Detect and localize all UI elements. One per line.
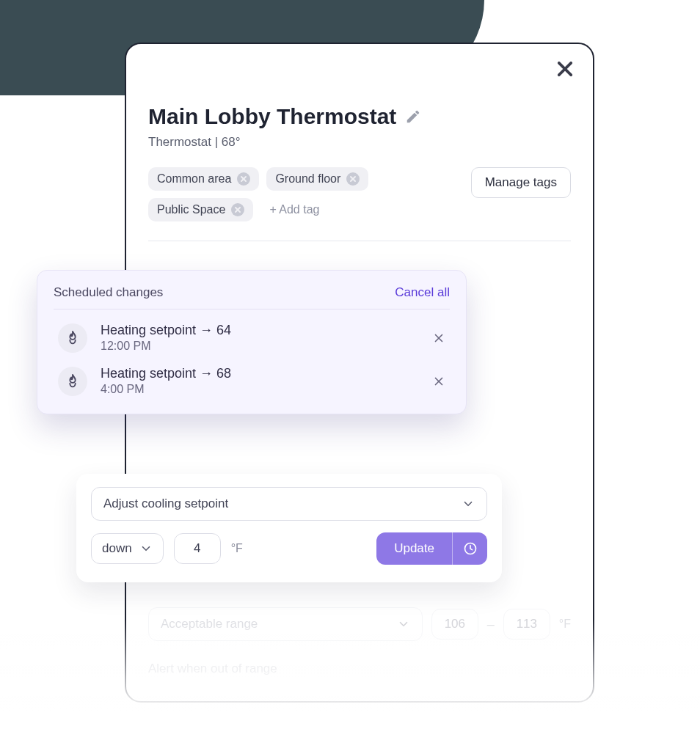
- range-unit: °F: [559, 618, 571, 631]
- tag-chip: Public Space: [148, 198, 253, 221]
- range-type-select[interactable]: Acceptable range: [148, 607, 423, 641]
- divider: [148, 241, 571, 241]
- action-select[interactable]: Adjust cooling setpoint: [91, 487, 487, 521]
- scheduled-item: Heating setpoint → 64 12:00 PM: [54, 309, 450, 353]
- scheduled-item-time: 12:00 PM: [101, 340, 419, 353]
- range-low-input[interactable]: 106: [431, 609, 478, 640]
- remove-tag-button[interactable]: [231, 203, 244, 216]
- manage-tags-button[interactable]: Manage tags: [471, 167, 571, 198]
- cancel-all-button[interactable]: Cancel all: [395, 285, 450, 300]
- amount-input[interactable]: 4: [174, 533, 221, 564]
- range-dash: –: [487, 617, 495, 632]
- tag-label: Ground floor: [275, 172, 340, 186]
- range-type-label: Acceptable range: [161, 617, 258, 631]
- amount-unit: °F: [231, 542, 243, 555]
- scheduled-heading: Scheduled changes: [54, 285, 163, 300]
- scheduled-item: Heating setpoint → 68 4:00 PM: [54, 353, 450, 396]
- adjust-setpoint-panel: Adjust cooling setpoint down 4 °F Update: [76, 474, 502, 582]
- range-high-input[interactable]: 113: [503, 609, 550, 640]
- chevron-down-icon: [462, 497, 475, 510]
- edit-title-button[interactable]: [405, 109, 421, 125]
- remove-tag-button[interactable]: [346, 172, 360, 186]
- remove-scheduled-button[interactable]: [432, 331, 445, 345]
- flame-icon: [58, 323, 87, 353]
- clock-icon: [463, 541, 478, 556]
- range-section: Acceptable range 106 – 113 °F Alert when…: [148, 607, 571, 676]
- alert-toggle-label: Alert when out of range: [148, 662, 571, 676]
- add-tag-button[interactable]: + Add tag: [260, 198, 328, 221]
- scheduled-item-title: Heating setpoint → 64: [101, 323, 419, 338]
- schedule-button[interactable]: [452, 532, 487, 565]
- scheduled-item-title: Heating setpoint → 68: [101, 366, 419, 381]
- remove-tag-button[interactable]: [237, 172, 250, 186]
- tag-label: Public Space: [157, 203, 225, 216]
- tags-container: Common area Ground floor Public Space + …: [148, 167, 456, 221]
- action-select-label: Adjust cooling setpoint: [103, 497, 228, 511]
- scheduled-changes-popover: Scheduled changes Cancel all Heating set…: [37, 270, 467, 414]
- tag-chip: Ground floor: [266, 167, 368, 191]
- scheduled-item-time: 4:00 PM: [101, 383, 419, 396]
- chevron-down-icon: [397, 618, 410, 631]
- device-title: Main Lobby Thermostat: [148, 104, 396, 129]
- remove-scheduled-button[interactable]: [432, 375, 445, 388]
- device-subtitle: Thermostat | 68°: [148, 135, 571, 150]
- tag-label: Common area: [157, 172, 231, 186]
- direction-label: down: [102, 541, 132, 556]
- update-button[interactable]: Update: [376, 532, 452, 565]
- chevron-down-icon: [139, 542, 153, 555]
- direction-select[interactable]: down: [91, 533, 164, 564]
- close-button[interactable]: [555, 59, 575, 79]
- tag-chip: Common area: [148, 167, 259, 191]
- flame-icon: [58, 367, 87, 396]
